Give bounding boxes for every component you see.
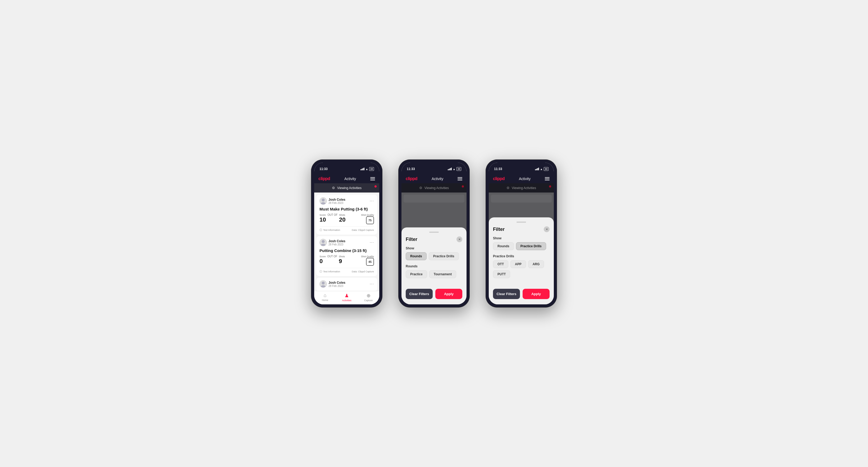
user-info-3: Josh Coles 28 Feb 2023 (319, 280, 345, 288)
card-header-3: Josh Coles 28 Feb 2023 ··· (319, 280, 374, 288)
out-of-1: OUT OF (328, 213, 338, 216)
tab-capture-1[interactable]: ⊕ Capture (358, 293, 379, 302)
nav-bar-2: clippd Activity (401, 174, 467, 183)
activity-card-1[interactable]: Josh Coles 28 Feb 2023 ··· Must Make Put… (316, 195, 377, 235)
status-icons-1: ▲ 33 (361, 167, 374, 171)
avatar-1 (319, 197, 327, 205)
nav-title-1: Activity (344, 177, 356, 181)
activity-title-2: Putting Combine (3-15 ft) (319, 248, 374, 253)
logo-3: clippd (493, 176, 505, 181)
time-1: 11:33 (319, 167, 328, 171)
out-of-2: OUT OF (328, 255, 338, 258)
shots-value-1: 20 (339, 216, 345, 223)
shots-label-2: Shots (339, 255, 345, 258)
filter-overlay-2: Filter ✕ Show Rounds Practice Drills Rou… (401, 183, 467, 304)
more-options-2[interactable]: ··· (370, 240, 374, 245)
nav-bar-1: clippd Activity (314, 174, 379, 183)
user-name-2: Josh Coles (329, 239, 345, 243)
wifi-icon-3: ▲ (540, 168, 543, 170)
svg-point-4 (321, 282, 324, 284)
home-icon-1: ⌂ (324, 293, 327, 298)
shots-group-2: Shots 9 (339, 255, 345, 265)
filter-title-2: Filter (406, 237, 417, 242)
more-options-3[interactable]: ··· (370, 282, 374, 286)
tournament-chip-2[interactable]: Tournament (429, 270, 456, 278)
shot-quality-group-1: Shot Quality 75 (361, 214, 374, 224)
user-meta-3: Josh Coles 28 Feb 2023 (329, 281, 345, 287)
svg-point-2 (321, 240, 324, 243)
practice-drills-chip-3[interactable]: Practice Drills (516, 242, 546, 250)
capture-icon-1: ⊕ (367, 293, 371, 299)
signal-icon-2 (448, 168, 452, 170)
footer-data-2: Data: Clippd Capture (352, 270, 374, 273)
menu-icon-1[interactable] (370, 177, 375, 180)
menu-icon-3[interactable] (545, 177, 550, 180)
more-options-1[interactable]: ··· (370, 198, 374, 204)
info-label-2: Test Information (323, 270, 340, 273)
menu-icon-2[interactable] (458, 177, 462, 180)
stats-row-1: Score 10 OUT OF Shots 20 Shot Quality 75 (319, 213, 374, 224)
nav-title-2: Activity (432, 177, 443, 181)
practice-drills-chip-2[interactable]: Practice Drills (429, 252, 459, 260)
rounds-chip-3[interactable]: Rounds (493, 242, 514, 250)
sq-badge-2: 45 (366, 258, 374, 266)
status-icons-3: ▲ 33 (535, 167, 549, 171)
footer-data-1: Data: Clippd Capture (352, 229, 374, 231)
filter-icon-1: ⚙ (332, 186, 335, 190)
shots-group-1: Shots 20 (339, 214, 345, 223)
filter-close-2[interactable]: ✕ (457, 237, 462, 242)
show-label-3: Show (493, 237, 550, 240)
svg-point-0 (321, 198, 324, 201)
tab-bar-1: ⌂ Home ♟ Activities ⊕ Capture (314, 291, 379, 304)
clear-filters-btn-2[interactable]: Clear Filters (406, 289, 433, 299)
filter-close-3[interactable]: ✕ (544, 226, 550, 232)
arg-chip-3[interactable]: ARG (528, 260, 544, 268)
card-footer-1: ⓘ Test Information Data: Clippd Capture (319, 226, 374, 232)
avatar-2 (319, 239, 327, 246)
filter-title-3: Filter (493, 227, 505, 232)
activity-card-2[interactable]: Josh Coles 28 Feb 2023 ··· Putting Combi… (316, 236, 377, 276)
apply-btn-2[interactable]: Apply (435, 289, 462, 299)
svg-point-5 (321, 285, 326, 287)
user-date-3: 28 Feb 2023 (329, 284, 345, 287)
show-label-2: Show (406, 246, 462, 250)
practice-chip-2[interactable]: Practice (406, 270, 427, 278)
ott-chip-3[interactable]: OTT (493, 260, 508, 268)
logo-2: clippd (406, 176, 417, 181)
apply-btn-3[interactable]: Apply (523, 289, 550, 299)
screen-3: ⚙ Viewing Activities Filter ✕ (489, 183, 554, 304)
sq-label-2: Shot Quality (361, 255, 374, 258)
screen-2: ⚙ Viewing Activities Filter ✕ (401, 183, 467, 304)
card-footer-2: ⓘ Test Information Data: Clippd Capture (319, 268, 374, 274)
activities-icon-1: ♟ (345, 293, 349, 299)
capture-label-1: Capture (364, 299, 373, 302)
filter-overlay-3: Filter ✕ Show Rounds Practice Drills Pra… (489, 183, 554, 304)
rounds-chip-2[interactable]: Rounds (406, 252, 427, 260)
sheet-handle-3 (517, 222, 526, 223)
time-3: 11:33 (494, 167, 502, 171)
tab-home-1[interactable]: ⌂ Home (314, 293, 336, 302)
filter-sheet-2: Filter ✕ Show Rounds Practice Drills Rou… (401, 227, 467, 304)
user-name-3: Josh Coles (329, 281, 345, 284)
score-group-1: Score 10 (319, 214, 326, 223)
filter-actions-3: Clear Filters Apply (493, 289, 550, 299)
nav-title-3: Activity (519, 177, 530, 181)
clear-filters-btn-3[interactable]: Clear Filters (493, 289, 520, 299)
wifi-icon: ▲ (366, 168, 368, 170)
app-chip-3[interactable]: APP (510, 260, 526, 268)
battery-icon-3: 33 (544, 167, 549, 171)
viewing-banner-1[interactable]: ⚙ Viewing Activities (314, 183, 379, 192)
activity-card-3[interactable]: Josh Coles 28 Feb 2023 ··· (316, 278, 377, 291)
tab-activities-1[interactable]: ♟ Activities (336, 293, 358, 302)
round-type-chips-2: Practice Tournament (406, 270, 462, 278)
shots-label-1: Shots (339, 214, 345, 216)
phone-1: 11:33 ▲ 33 clippd Activity (311, 159, 382, 308)
putt-chip-3[interactable]: PUTT (493, 270, 510, 278)
drill-type-chips-3: OTT APP ARG PUTT (493, 260, 550, 278)
user-meta-1: Josh Coles 28 Feb 2023 (329, 198, 345, 205)
score-value-2: 0 (319, 258, 323, 264)
score-label-1: Score (319, 214, 326, 216)
signal-icon (361, 168, 365, 170)
score-group-2: Score 0 (319, 255, 326, 265)
rounds-section-2: Rounds (406, 264, 462, 268)
